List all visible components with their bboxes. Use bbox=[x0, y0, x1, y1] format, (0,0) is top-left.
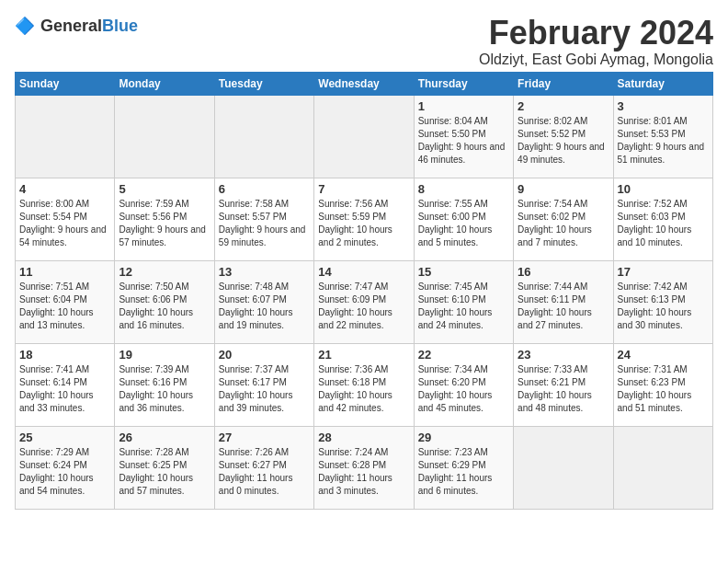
calendar-cell: 29Sunrise: 7:23 AM Sunset: 6:29 PM Dayli… bbox=[414, 426, 513, 509]
day-number: 9 bbox=[518, 182, 609, 196]
calendar-cell: 3Sunrise: 8:01 AM Sunset: 5:53 PM Daylig… bbox=[613, 95, 712, 178]
day-number: 14 bbox=[318, 265, 409, 279]
cell-content: Sunrise: 7:58 AM Sunset: 5:57 PM Dayligh… bbox=[219, 198, 310, 249]
day-number: 17 bbox=[618, 265, 709, 279]
col-header-thursday: Thursday bbox=[414, 72, 513, 95]
calendar-cell: 17Sunrise: 7:42 AM Sunset: 6:13 PM Dayli… bbox=[613, 260, 712, 343]
day-number: 25 bbox=[19, 431, 110, 444]
calendar-cell bbox=[115, 95, 214, 178]
day-number: 27 bbox=[219, 431, 310, 444]
day-number: 4 bbox=[19, 182, 110, 196]
day-number: 28 bbox=[318, 431, 409, 444]
col-header-friday: Friday bbox=[514, 72, 613, 95]
calendar-cell: 24Sunrise: 7:31 AM Sunset: 6:23 PM Dayli… bbox=[613, 343, 712, 426]
cell-content: Sunrise: 7:29 AM Sunset: 6:24 PM Dayligh… bbox=[19, 446, 110, 498]
calendar-cell: 14Sunrise: 7:47 AM Sunset: 6:09 PM Dayli… bbox=[314, 260, 414, 343]
cell-content: Sunrise: 7:50 AM Sunset: 6:06 PM Dayligh… bbox=[119, 281, 210, 332]
calendar-cell: 8Sunrise: 7:55 AM Sunset: 6:00 PM Daylig… bbox=[414, 178, 513, 260]
day-number: 26 bbox=[119, 431, 210, 444]
calendar-cell: 26Sunrise: 7:28 AM Sunset: 6:25 PM Dayli… bbox=[115, 426, 214, 509]
calendar-cell: 6Sunrise: 7:58 AM Sunset: 5:57 PM Daylig… bbox=[214, 178, 313, 260]
cell-content: Sunrise: 8:04 AM Sunset: 5:50 PM Dayligh… bbox=[418, 115, 509, 167]
cell-content: Sunrise: 7:41 AM Sunset: 6:14 PM Dayligh… bbox=[19, 363, 110, 415]
cell-content: Sunrise: 7:26 AM Sunset: 6:27 PM Dayligh… bbox=[219, 446, 310, 498]
cell-content: Sunrise: 7:54 AM Sunset: 6:02 PM Dayligh… bbox=[518, 198, 609, 249]
location-subtitle: Oldziyt, East Gobi Aymag, Mongolia bbox=[479, 52, 713, 68]
cell-content: Sunrise: 7:59 AM Sunset: 5:56 PM Dayligh… bbox=[119, 198, 210, 249]
calendar-cell bbox=[314, 95, 414, 178]
calendar-cell: 10Sunrise: 7:52 AM Sunset: 6:03 PM Dayli… bbox=[613, 178, 712, 260]
calendar-cell: 23Sunrise: 7:33 AM Sunset: 6:21 PM Dayli… bbox=[514, 343, 613, 426]
cell-content: Sunrise: 7:44 AM Sunset: 6:11 PM Dayligh… bbox=[518, 281, 609, 332]
calendar-cell: 16Sunrise: 7:44 AM Sunset: 6:11 PM Dayli… bbox=[514, 260, 613, 343]
cell-content: Sunrise: 7:34 AM Sunset: 6:20 PM Dayligh… bbox=[418, 363, 509, 415]
day-number: 2 bbox=[518, 99, 609, 113]
col-header-sunday: Sunday bbox=[16, 72, 115, 95]
calendar-cell: 12Sunrise: 7:50 AM Sunset: 6:06 PM Dayli… bbox=[115, 260, 214, 343]
calendar-cell bbox=[514, 426, 613, 509]
cell-content: Sunrise: 7:55 AM Sunset: 6:00 PM Dayligh… bbox=[418, 198, 509, 249]
col-header-wednesday: Wednesday bbox=[314, 72, 414, 95]
day-number: 10 bbox=[618, 182, 709, 196]
cell-content: Sunrise: 8:00 AM Sunset: 5:54 PM Dayligh… bbox=[19, 198, 110, 249]
svg-text:🔷: 🔷 bbox=[15, 16, 35, 36]
cell-content: Sunrise: 7:33 AM Sunset: 6:21 PM Dayligh… bbox=[518, 363, 609, 415]
day-number: 15 bbox=[418, 265, 509, 279]
calendar-cell bbox=[613, 426, 712, 509]
calendar-cell: 4Sunrise: 8:00 AM Sunset: 5:54 PM Daylig… bbox=[16, 178, 115, 260]
cell-content: Sunrise: 7:28 AM Sunset: 6:25 PM Dayligh… bbox=[119, 446, 210, 498]
day-number: 23 bbox=[518, 348, 609, 362]
day-number: 20 bbox=[219, 348, 310, 362]
col-header-monday: Monday bbox=[115, 72, 214, 95]
day-number: 24 bbox=[618, 348, 709, 362]
logo-blue: Blue bbox=[102, 17, 138, 35]
calendar-cell bbox=[214, 95, 313, 178]
day-number: 12 bbox=[119, 265, 210, 279]
calendar-cell: 21Sunrise: 7:36 AM Sunset: 6:18 PM Dayli… bbox=[314, 343, 414, 426]
day-number: 7 bbox=[318, 182, 409, 196]
day-number: 16 bbox=[518, 265, 609, 279]
day-number: 6 bbox=[219, 182, 310, 196]
calendar-cell: 7Sunrise: 7:56 AM Sunset: 5:59 PM Daylig… bbox=[314, 178, 414, 260]
day-number: 8 bbox=[418, 182, 509, 196]
calendar-cell: 19Sunrise: 7:39 AM Sunset: 6:16 PM Dayli… bbox=[115, 343, 214, 426]
day-number: 5 bbox=[119, 182, 210, 196]
col-header-saturday: Saturday bbox=[613, 72, 712, 95]
title-block: February 2024 Oldziyt, East Gobi Aymag, … bbox=[479, 15, 713, 68]
calendar-cell: 20Sunrise: 7:37 AM Sunset: 6:17 PM Dayli… bbox=[214, 343, 313, 426]
day-number: 13 bbox=[219, 265, 310, 279]
month-title: February 2024 bbox=[479, 15, 713, 52]
cell-content: Sunrise: 7:42 AM Sunset: 6:13 PM Dayligh… bbox=[618, 281, 709, 332]
day-number: 22 bbox=[418, 348, 509, 362]
calendar-cell: 1Sunrise: 8:04 AM Sunset: 5:50 PM Daylig… bbox=[414, 95, 513, 178]
cell-content: Sunrise: 7:31 AM Sunset: 6:23 PM Dayligh… bbox=[618, 363, 709, 415]
logo: 🔷 GeneralBlue bbox=[15, 15, 138, 37]
day-number: 21 bbox=[318, 348, 409, 362]
cell-content: Sunrise: 7:56 AM Sunset: 5:59 PM Dayligh… bbox=[318, 198, 409, 249]
day-number: 3 bbox=[618, 99, 709, 113]
cell-content: Sunrise: 7:52 AM Sunset: 6:03 PM Dayligh… bbox=[618, 198, 709, 249]
logo-icon: 🔷 bbox=[15, 15, 37, 37]
calendar-cell: 28Sunrise: 7:24 AM Sunset: 6:28 PM Dayli… bbox=[314, 426, 414, 509]
cell-content: Sunrise: 7:37 AM Sunset: 6:17 PM Dayligh… bbox=[219, 363, 310, 415]
cell-content: Sunrise: 7:39 AM Sunset: 6:16 PM Dayligh… bbox=[119, 363, 210, 415]
calendar-cell: 22Sunrise: 7:34 AM Sunset: 6:20 PM Dayli… bbox=[414, 343, 513, 426]
calendar-cell bbox=[16, 95, 115, 178]
day-number: 1 bbox=[418, 99, 509, 113]
calendar-cell: 13Sunrise: 7:48 AM Sunset: 6:07 PM Dayli… bbox=[214, 260, 313, 343]
cell-content: Sunrise: 7:24 AM Sunset: 6:28 PM Dayligh… bbox=[318, 446, 409, 498]
calendar-cell: 9Sunrise: 7:54 AM Sunset: 6:02 PM Daylig… bbox=[514, 178, 613, 260]
calendar-cell: 27Sunrise: 7:26 AM Sunset: 6:27 PM Dayli… bbox=[214, 426, 313, 509]
cell-content: Sunrise: 7:47 AM Sunset: 6:09 PM Dayligh… bbox=[318, 281, 409, 332]
cell-content: Sunrise: 7:45 AM Sunset: 6:10 PM Dayligh… bbox=[418, 281, 509, 332]
calendar-cell: 15Sunrise: 7:45 AM Sunset: 6:10 PM Dayli… bbox=[414, 260, 513, 343]
logo-general: General bbox=[40, 17, 102, 35]
day-number: 11 bbox=[19, 265, 110, 279]
cell-content: Sunrise: 7:36 AM Sunset: 6:18 PM Dayligh… bbox=[318, 363, 409, 415]
day-number: 18 bbox=[19, 348, 110, 362]
calendar-cell: 25Sunrise: 7:29 AM Sunset: 6:24 PM Dayli… bbox=[16, 426, 115, 509]
calendar-table: SundayMondayTuesdayWednesdayThursdayFrid… bbox=[15, 72, 713, 510]
col-header-tuesday: Tuesday bbox=[214, 72, 313, 95]
cell-content: Sunrise: 8:01 AM Sunset: 5:53 PM Dayligh… bbox=[618, 115, 709, 167]
cell-content: Sunrise: 7:51 AM Sunset: 6:04 PM Dayligh… bbox=[19, 281, 110, 332]
